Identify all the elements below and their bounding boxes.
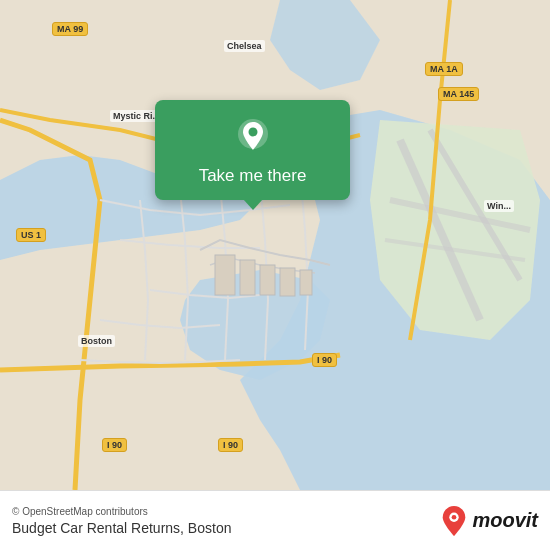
- map-container: MA 99 MA 1A MA 145 US 1 I 90 I 90 I 90 C…: [0, 0, 550, 490]
- location-title: Budget Car Rental Returns, Boston: [12, 520, 231, 536]
- svg-rect-8: [280, 268, 295, 296]
- moovit-logo: moovit: [440, 505, 538, 537]
- boston-label: Boston: [78, 335, 115, 347]
- map-svg: [0, 0, 550, 490]
- i90b-badge: I 90: [102, 438, 127, 452]
- footer-left: © OpenStreetMap contributors Budget Car …: [12, 506, 231, 536]
- us1-badge: US 1: [16, 228, 46, 242]
- svg-rect-5: [215, 255, 235, 295]
- svg-rect-9: [300, 270, 312, 295]
- winthrop-label: Win...: [484, 200, 514, 212]
- i90-badge: I 90: [312, 353, 337, 367]
- ma145-badge: MA 145: [438, 87, 479, 101]
- moovit-brand-text: moovit: [472, 509, 538, 532]
- i90c-badge: I 90: [218, 438, 243, 452]
- take-me-there-button[interactable]: Take me there: [199, 166, 307, 186]
- svg-rect-6: [240, 260, 255, 295]
- ma99-badge: MA 99: [52, 22, 88, 36]
- ma1a-badge: MA 1A: [425, 62, 463, 76]
- location-pin-icon: [234, 118, 272, 156]
- svg-rect-7: [260, 265, 275, 295]
- chelsea-label: Chelsea: [224, 40, 265, 52]
- svg-point-13: [452, 514, 457, 519]
- osm-credit: © OpenStreetMap contributors: [12, 506, 231, 517]
- popup-card[interactable]: Take me there: [155, 100, 350, 200]
- svg-point-11: [248, 128, 257, 137]
- footer: © OpenStreetMap contributors Budget Car …: [0, 490, 550, 550]
- moovit-pin-icon: [440, 505, 468, 537]
